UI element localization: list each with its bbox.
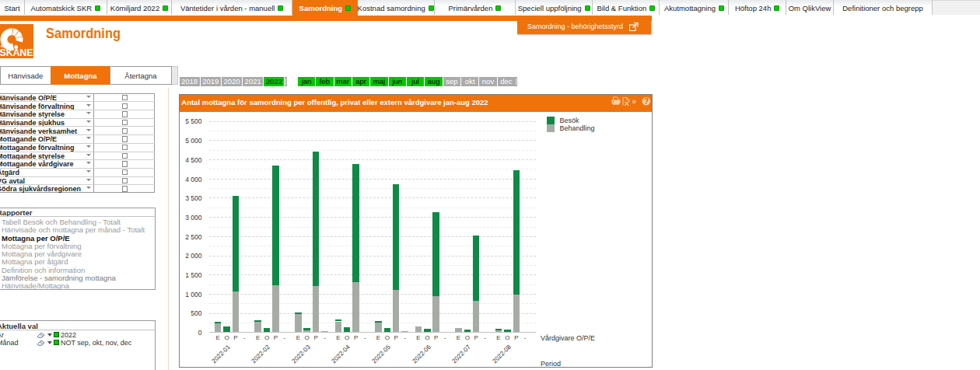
svg-text:SKÅNE: SKÅNE xyxy=(0,47,33,58)
svg-text:»: » xyxy=(632,97,636,106)
svg-text:?: ? xyxy=(644,97,649,106)
